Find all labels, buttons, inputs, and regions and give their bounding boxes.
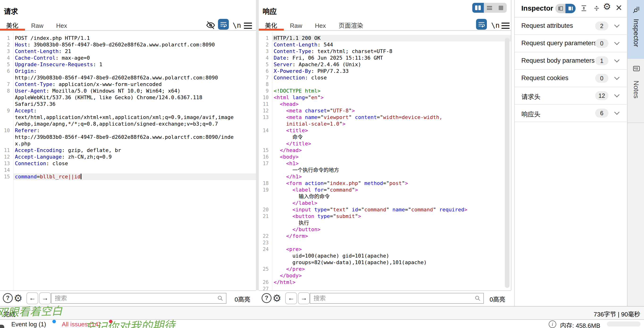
newline-chars-toggle[interactable]: \n [232, 21, 241, 29]
code-line[interactable]: 10<html lang="en"> [259, 94, 511, 101]
editor-menu-icon[interactable] [502, 23, 510, 30]
code-line[interactable]: groups=82(www-data),101(apache),101(apac… [259, 259, 511, 266]
code-line[interactable]: 8User-Agent: Mozilla/5.0 (Windows NT 10.… [0, 88, 256, 94]
code-line[interactable]: 11 <head> [259, 101, 511, 107]
event-log-button[interactable]: Event log (1) [11, 321, 46, 328]
code-line[interactable]: 25 </pre> [259, 266, 511, 272]
request-editor[interactable]: 1POST /index.php HTTP/1.12Host: 39b083b0… [0, 32, 256, 290]
side-tab-notes[interactable]: Notes [628, 59, 644, 123]
chevron-down-icon[interactable] [614, 110, 620, 115]
search-settings-gear-icon[interactable]: ⚙ [14, 292, 23, 305]
code-line[interactable]: initial-scale=1.0"> [259, 121, 511, 127]
inspector-close-icon[interactable]: × [616, 1, 622, 14]
code-line[interactable]: 19 <label for="command"> [259, 187, 511, 193]
code-line[interactable]: http://39b083b0-856f-4947-8be9-d2602e88f… [0, 134, 256, 140]
code-line[interactable]: 9<!DOCTYPE html> [259, 88, 511, 94]
code-line[interactable]: </button> [259, 226, 511, 233]
code-line[interactable]: 5Upgrade-Insecure-Requests: 1 [0, 61, 256, 68]
tab-美化[interactable]: 美化 [265, 21, 277, 29]
code-line[interactable]: 23 [259, 239, 511, 246]
tab-页面渲染[interactable]: 页面渲染 [338, 21, 363, 29]
inspector-section-响应头[interactable]: 响应头6 [515, 105, 627, 122]
word-wrap-toggle-icon[interactable] [476, 19, 487, 30]
code-line[interactable]: Safari/537.36 [0, 101, 256, 107]
chevron-down-icon[interactable] [614, 40, 620, 45]
tab-Hex[interactable]: Hex [315, 22, 326, 29]
code-line[interactable]: 4Date: Fri, 06 Jun 2025 15:11:36 GMT [259, 55, 511, 61]
code-line[interactable]: 输入你的命令 [259, 193, 511, 200]
code-line[interactable]: 6Origin: [0, 68, 256, 74]
code-line[interactable]: 27 [259, 286, 511, 290]
code-line[interactable]: </h1> [259, 173, 511, 180]
inspector-section-Request attributes[interactable]: Request attributes2 [515, 17, 627, 35]
inspector-settings-gear-icon[interactable]: ⚙ [603, 1, 611, 12]
inspector-section-请求头[interactable]: 请求头12 [515, 87, 627, 105]
prev-match-button[interactable]: ← [26, 293, 38, 304]
code-line[interactable]: </body> [259, 272, 511, 279]
info-icon[interactable]: i [549, 321, 556, 328]
search-settings-gear-icon[interactable]: ⚙ [272, 292, 282, 305]
code-line[interactable]: 16 <body> [259, 154, 511, 160]
code-line[interactable]: 5Server: Apache/2.4.46 (Unix) [259, 61, 511, 68]
inspector-section-Request cookies[interactable]: Request cookies0 [515, 70, 627, 87]
side-tab-inspector[interactable]: Inspector [628, 0, 644, 59]
code-line[interactable]: 11Accept-Encoding: gzip, deflate, br [0, 147, 256, 154]
tab-Hex[interactable]: Hex [56, 22, 67, 29]
editor-menu-icon[interactable] [244, 23, 252, 30]
inspector-section-Request query parameters[interactable]: Request query parameters0 [515, 35, 627, 52]
code-line[interactable]: 执行 [259, 220, 511, 226]
layout-single-button[interactable] [495, 3, 507, 13]
code-line[interactable]: AppleWebKit/537.36 (KHTML, like Gecko) C… [0, 94, 256, 101]
code-line[interactable]: 7Content-Type: application/x-www-form-ur… [0, 81, 256, 88]
code-line[interactable]: 24 <pre> [259, 246, 511, 253]
code-line[interactable]: 10Referer: [0, 127, 256, 134]
code-line[interactable]: 15 </head> [259, 147, 511, 154]
code-line[interactable]: 22 </form> [259, 233, 511, 239]
collapse-all-icon[interactable] [593, 5, 600, 13]
code-line[interactable]: /webp,image/apng,*/*;q=0.8,application/s… [0, 121, 256, 127]
code-line[interactable]: 21 <button type="submit"> [259, 213, 511, 220]
next-match-button[interactable]: → [298, 293, 310, 304]
dock-left-button[interactable] [555, 4, 566, 13]
code-line[interactable]: http://39b083b0-856f-4947-8be9-d2602e88f… [0, 74, 256, 81]
code-line[interactable]: 9Accept: [0, 107, 256, 114]
chevron-down-icon[interactable] [614, 57, 620, 63]
help-icon[interactable]: ? [262, 293, 272, 303]
tab-Raw[interactable]: Raw [290, 22, 302, 29]
code-line[interactable]: 1POST /index.php HTTP/1.1 [0, 35, 256, 41]
code-line[interactable]: 8 [259, 81, 511, 88]
code-line[interactable]: 18 <form action="index.php" method="post… [259, 180, 511, 187]
code-line[interactable]: 12 <meta charset="UTF-8"> [259, 107, 511, 114]
code-line[interactable]: 14 [0, 167, 256, 173]
code-line[interactable]: 13Connection: close [0, 160, 256, 167]
newline-chars-toggle[interactable]: \n [491, 21, 500, 29]
code-line[interactable]: 命令 [259, 134, 511, 140]
code-line[interactable]: 4Cache-Control: max-age=0 [0, 55, 256, 61]
response-editor[interactable]: 1HTTP/1.1 200 OK2Content-Length: 5443Con… [259, 32, 511, 290]
prev-match-button[interactable]: ← [285, 293, 297, 304]
code-line[interactable]: 3Content-Length: 21 [0, 48, 256, 55]
code-line[interactable]: 1HTTP/1.1 200 OK [259, 35, 511, 41]
code-line[interactable]: 6X-Powered-By: PHP/7.2.33 [259, 68, 511, 74]
code-line[interactable]: 14 <title> [259, 127, 511, 134]
panel-splitter[interactable] [256, 0, 259, 290]
tab-美化[interactable]: 美化 [6, 21, 18, 29]
layout-rows-button[interactable] [484, 3, 496, 13]
expand-all-icon[interactable] [580, 5, 588, 13]
help-icon[interactable]: ? [3, 293, 13, 303]
code-line[interactable]: 26</html> [259, 279, 511, 286]
word-wrap-toggle-icon[interactable] [218, 19, 229, 30]
code-line[interactable]: </title> [259, 140, 511, 147]
code-line[interactable]: </label> [259, 200, 511, 206]
hide-nonprinting-icon[interactable] [206, 20, 216, 31]
code-line[interactable]: x.php [0, 140, 256, 147]
layout-columns-button[interactable] [472, 3, 484, 13]
chevron-down-icon[interactable] [614, 75, 620, 80]
code-line[interactable]: 12Accept-Language: zh-CN,zh;q=0.9 [0, 154, 256, 160]
code-line[interactable]: 2Host: 39b083b0-856f-4947-8be9-d2602e88f… [0, 41, 256, 48]
code-line[interactable]: 一个执行命令的地方 [259, 167, 511, 173]
code-line[interactable]: 15command=bllbl_rce||id [0, 173, 256, 180]
code-line[interactable]: 3Content-Type: text/html; charset=UTF-8 [259, 48, 511, 55]
code-line[interactable]: 7Connection: close [259, 74, 511, 81]
request-search-input[interactable] [52, 293, 226, 303]
